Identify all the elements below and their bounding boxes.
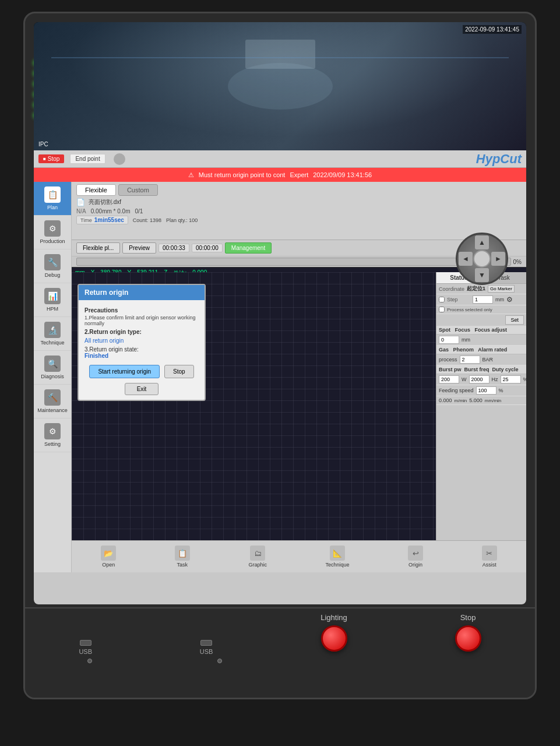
process-selected-row: Process selected only	[436, 305, 526, 314]
flexible-plan-button[interactable]: Flexible pl...	[76, 242, 120, 254]
coordinate-value: 起定位1	[467, 285, 485, 293]
stop-section: Stop	[455, 613, 481, 655]
coordinate-row: Coordinate 起定位1 Go Marker	[436, 284, 526, 294]
step-input[interactable]	[473, 295, 493, 304]
start-returning-button[interactable]: Start returning origin	[89, 365, 160, 378]
duty-cycle-unit: %	[523, 376, 527, 382]
sidebar-item-plan[interactable]: 📋 Plan	[34, 182, 71, 216]
burst-pw-unit: W	[462, 376, 467, 382]
burst-freq-unit: Hz	[492, 376, 498, 382]
time-label: Time	[80, 217, 92, 223]
focus-value-row: mm	[436, 335, 526, 346]
exit-button[interactable]: Exit	[125, 383, 159, 395]
set-button[interactable]: Set	[505, 315, 524, 325]
focus-input[interactable]	[439, 336, 459, 344]
jog-right-button[interactable]: ►	[491, 252, 505, 266]
sidebar-item-diagnosis[interactable]: 🔍 Diagnosis	[34, 351, 71, 385]
debug-icon: 🔧	[44, 254, 61, 270]
physical-bottom-panel: USB USB Lighting Stop	[25, 607, 535, 698]
timer2: 00:00:00	[196, 245, 219, 251]
management-button[interactable]: Management	[225, 242, 272, 254]
toolbar-technique[interactable]: 📐 Technique	[325, 546, 349, 568]
feeding-speed-label: Feeding speed	[439, 388, 474, 393]
bar-unit: BAR	[482, 357, 494, 363]
toolbar-task[interactable]: 📋 Task	[175, 546, 190, 568]
left-sidebar: 📋 Plan ⚙ Production 🔧 Debug 📊 HPM 🔬	[34, 182, 72, 572]
jog-down-button[interactable]: ▼	[475, 268, 489, 282]
jog-up-button[interactable]: ▲	[475, 235, 489, 249]
process-input[interactable]	[460, 356, 480, 364]
sidebar-item-production[interactable]: ⚙ Production	[34, 216, 71, 249]
sidebar-item-debug[interactable]: 🔧 Debug	[34, 249, 71, 283]
go-marker-button[interactable]: Go Marker	[488, 285, 515, 293]
stop-button[interactable]: Stop	[38, 154, 64, 163]
tab-custom[interactable]: Custom	[118, 184, 158, 196]
lighting-label: Lighting	[320, 613, 347, 622]
precautions-label: Precautions	[84, 307, 199, 314]
preview-button[interactable]: Preview	[122, 242, 156, 254]
sidebar-item-maintenance[interactable]: 🔨 Maintenance	[34, 385, 71, 418]
lighting-button[interactable]	[321, 625, 347, 652]
technique-icon: 🔬	[44, 322, 61, 338]
toolbar-graphic[interactable]: 🗂 Graphic	[248, 546, 267, 568]
toolbar-origin[interactable]: ↩ Origin	[408, 546, 423, 568]
sidebar-item-technique[interactable]: 🔬 Technique	[34, 317, 71, 351]
usb-1-label: USB	[79, 648, 92, 655]
precaution1: 1.Please confirm limit and origin sensor…	[84, 315, 199, 326]
lighting-section: Lighting	[320, 613, 347, 655]
assist-icon: ✂	[482, 546, 497, 561]
diagnosis-icon: 🔍	[44, 356, 61, 372]
jog-center	[473, 250, 491, 268]
return-type-value: All return origin	[84, 337, 199, 344]
spot-focus-section: Spot Focus Focus adjust	[436, 326, 526, 335]
screen: IPC 2022-09-09 13:41:45 Stop End point H…	[34, 22, 526, 604]
usb-port-2[interactable]	[200, 640, 212, 646]
dialog-stop-button[interactable]: Stop	[164, 365, 194, 378]
step-row: Step mm ⚙	[436, 294, 526, 305]
production-icon: ⚙	[44, 220, 61, 237]
process-row: process BAR	[436, 354, 526, 365]
endpoint-button[interactable]: End point	[70, 154, 105, 164]
speed1-unit: m/min	[455, 398, 467, 403]
usb-port-1[interactable]	[80, 640, 91, 646]
file-name: 亮面切割.dxf	[89, 198, 121, 206]
timer1: 00:00:33	[163, 245, 185, 251]
main-content: Flexible Custom 📄 亮面切割.dxf N/A 0.00mm * …	[72, 182, 526, 572]
hpm-icon: 📊	[44, 288, 61, 304]
step-checkbox[interactable]	[439, 297, 445, 302]
burst-freq-input[interactable]	[469, 375, 489, 383]
process-selected-checkbox[interactable]	[439, 307, 445, 312]
usb-port-1-container: USB	[79, 638, 92, 655]
dot-2	[217, 659, 222, 663]
camera-feed: IPC 2022-09-09 13:41:45	[34, 22, 526, 150]
return-origin-dialog: Return origin Precautions 1.Please confi…	[78, 284, 206, 401]
burst-section: Burst pw Burst freq Duty cycle	[436, 365, 526, 374]
settings-gear-icon[interactable]: ⚙	[506, 295, 513, 304]
setting-icon: ⚙	[44, 423, 61, 439]
device-frame: IPC 2022-09-09 13:41:45 Stop End point H…	[23, 12, 537, 699]
time-value: 1min55sec	[94, 217, 124, 223]
duty-cycle-input[interactable]	[501, 375, 521, 383]
return-state-value: Finished	[84, 353, 199, 359]
camera-label: IPC	[38, 141, 48, 147]
jog-left-button[interactable]: ◄	[459, 252, 473, 266]
technique-icon2: 📐	[330, 546, 345, 561]
feeding-speed-input[interactable]	[476, 386, 496, 395]
stop-physical-button[interactable]	[455, 625, 481, 652]
origin-icon: ↩	[408, 546, 423, 561]
toolbar-assist[interactable]: ✂ Assist	[482, 546, 497, 568]
step-label: Step	[447, 297, 470, 302]
tab-flexible[interactable]: Flexible	[76, 184, 116, 196]
right-panel: Status Task Coordinate 起定位1 Go Marker St…	[436, 272, 526, 572]
hypcut-logo: HypCut	[476, 152, 522, 167]
sidebar-item-setting[interactable]: ⚙ Setting	[34, 418, 71, 452]
dialog-title: Return origin	[79, 285, 205, 300]
canvas-area[interactable]: Return origin Precautions 1.Please confi…	[72, 272, 436, 572]
sidebar-item-hpm[interactable]: 📊 HPM	[34, 283, 71, 317]
plan-qty-value: 100	[189, 217, 198, 223]
burst-pw-input[interactable]	[439, 375, 459, 383]
gas-section: Gas Phenom Alarm rated	[436, 346, 526, 354]
toolbar-open[interactable]: 📂 Open	[101, 546, 116, 568]
mm-unit: mm	[462, 337, 470, 343]
return-state-label: 3.Return origin state:	[84, 346, 199, 353]
